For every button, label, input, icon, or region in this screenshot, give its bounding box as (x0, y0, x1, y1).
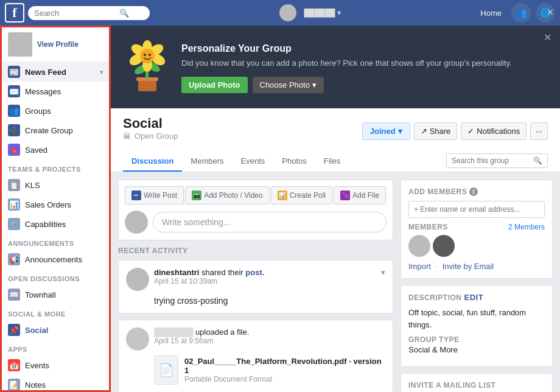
link-separator: · (435, 262, 438, 271)
notes-icon: 📝 (8, 379, 20, 391)
sidebar-item-saved[interactable]: 🔖 Saved (2, 140, 109, 159)
right-sidebar: ADD MEMBERS i MEMBERS 2 Members Import (401, 180, 553, 392)
section-label-announcements: ANNOUNCEMENTS (2, 234, 109, 250)
share-button[interactable]: ↗ Share (414, 122, 458, 140)
activity-name-1: dineshtantri shared their post. (154, 268, 381, 277)
group-actions: Joined ▾ ↗ Share ✓ Notifications ··· (362, 122, 548, 140)
write-post-button[interactable]: ✏ Write Post (125, 186, 184, 205)
member-avatar-2 (433, 235, 455, 257)
choose-photo-label: Choose Photo (260, 80, 310, 89)
social-icon: 📌 (8, 324, 20, 336)
group-title-row: Social 🏛 Open Group Joined ▾ ↗ Share (123, 116, 548, 147)
import-link[interactable]: Import (408, 262, 431, 271)
write-post-icon: ✏ (131, 191, 141, 200)
group-title-bar: Social 🏛 Open Group Joined ▾ ↗ Share (111, 108, 560, 172)
feed-column: ✏ Write Post 📷 Add Photo / Video 📊 Creat… (118, 180, 393, 392)
search-input[interactable] (34, 9, 119, 18)
members-label-row: MEMBERS 2 Members (408, 223, 545, 231)
nav-search-bar[interactable]: 🔍 (28, 6, 150, 20)
nav-close-icon[interactable]: ✕ (547, 7, 554, 17)
group-search-input[interactable] (452, 156, 531, 165)
section-label-open-discussions: OPEN DISCUSSIONS (2, 269, 109, 285)
nav-username[interactable]: ██████ ▾ (299, 6, 345, 19)
activity-header-2: ███████ uploaded a file. April 15 at 9:5… (126, 327, 385, 351)
description-edit-link[interactable]: Edit (464, 293, 484, 302)
activity-post-1: ▾ dineshtantri shared their post. April … (118, 260, 393, 313)
activity-meta-1: dineshtantri shared their post. April 15… (154, 268, 381, 285)
group-header-banner: ✕ (111, 26, 560, 108)
create-poll-button[interactable]: 📊 Create Poll (271, 186, 332, 205)
content-area: ✏ Write Post 📷 Add Photo / Video 📊 Creat… (111, 172, 560, 392)
create-poll-label: Create Poll (290, 191, 326, 200)
view-profile-link[interactable]: View Profile (37, 40, 79, 49)
add-file-button[interactable]: 📎 Add File (334, 186, 386, 205)
group-type-row: 🏛 Open Group (123, 131, 178, 141)
expand-icon[interactable]: ▾ (381, 268, 385, 277)
events-icon: 📅 (8, 359, 20, 371)
sidebar-item-capabilities[interactable]: ⚙️ Capabilities (2, 214, 109, 234)
info-icon[interactable]: i (469, 187, 478, 196)
section-label-social: SOCIAL & MORE (2, 304, 109, 320)
nav-friends-icon[interactable]: 👥 (511, 3, 531, 23)
sidebar-item-events[interactable]: 📅 Events (2, 355, 109, 375)
sidebar-item-announcements[interactable]: 📢 Announcements (2, 250, 109, 269)
recent-activity-label: RECENT ACTIVITY (118, 247, 393, 255)
sidebar-item-social[interactable]: 📌 Social (2, 320, 109, 340)
write-input[interactable]: Write something... (153, 212, 387, 233)
description-section: DESCRIPTION Edit Off topic, social, fun … (401, 285, 553, 367)
sidebar-item-label: Messages (25, 87, 61, 96)
add-photo-button[interactable]: 📷 Add Photo / Video (185, 186, 270, 205)
tab-members[interactable]: Members (182, 152, 232, 172)
sidebar-item-notes[interactable]: 📝 Notes (2, 375, 109, 392)
capabilities-icon: ⚙️ (8, 218, 20, 230)
invite-by-email-link[interactable]: Invite by Email (443, 262, 494, 271)
members-title-label: MEMBERS (408, 223, 448, 231)
top-nav: f 🔍 ██████ ▾ Home 👥 🌐 ✕ (0, 0, 560, 26)
facebook-logo[interactable]: f (5, 3, 24, 23)
choose-photo-button[interactable]: Choose Photo ▾ (253, 77, 324, 93)
write-post-label: Write Post (144, 191, 177, 200)
file-preview: 📄 02_Paul_____The_Platform_Revolution.pd… (154, 355, 385, 385)
activity-author-name[interactable]: dineshtantri (154, 268, 199, 277)
notifications-button[interactable]: ✓ Notifications (461, 122, 527, 140)
tab-events[interactable]: Events (233, 152, 274, 172)
sidebar-item-label: Social (25, 326, 48, 335)
announcements-icon: 📢 (8, 253, 20, 265)
tab-files[interactable]: Files (315, 152, 349, 172)
tab-discussion[interactable]: Discussion (123, 152, 182, 172)
chevron-right-icon: ▾ (100, 69, 103, 75)
sidebar-item-label: News Feed (25, 68, 66, 77)
sidebar-item-label: Saved (25, 145, 47, 155)
sidebar-item-townhall[interactable]: 📖 Townhall (2, 285, 109, 304)
messages-icon: ✉️ (8, 85, 20, 97)
add-file-label: Add File (352, 191, 379, 200)
create-poll-icon: 📊 (278, 191, 287, 200)
kls-icon: 📋 (8, 179, 20, 191)
activity-post-link[interactable]: post. (245, 268, 264, 277)
banner-close-icon[interactable]: ✕ (544, 32, 551, 43)
news-feed-icon: 📰 (8, 66, 20, 78)
sidebar-item-kls[interactable]: 📋 KLS (2, 175, 109, 195)
sidebar-item-create-group[interactable]: ➕ Create Group (2, 121, 109, 140)
sidebar-item-news-feed[interactable]: 📰 News Feed ▾ (2, 62, 109, 82)
nav-home-link[interactable]: Home (475, 6, 506, 20)
activity-text-1: trying cross-posting (126, 296, 385, 306)
more-button[interactable]: ··· (530, 122, 548, 140)
add-file-icon: 📎 (340, 191, 350, 200)
building-icon: 🏛 (123, 131, 131, 141)
personalize-text-block: Personalize Your Group Did you know that… (181, 43, 512, 93)
joined-button[interactable]: Joined ▾ (362, 122, 410, 140)
activity-action-text-2: uploaded a file. (195, 327, 249, 337)
sidebar-item-groups[interactable]: 👥 Groups (2, 101, 109, 121)
add-member-input[interactable] (408, 201, 545, 218)
tab-photos[interactable]: Photos (273, 152, 315, 172)
upload-photo-button[interactable]: Upload Photo (181, 77, 248, 93)
group-type-label: GROUP TYPE (408, 335, 545, 344)
sidebar-item-messages[interactable]: ✉️ Messages (2, 82, 109, 101)
sidebar-item-sales-orders[interactable]: 📊 Sales Orders (2, 195, 109, 214)
group-name-block: Social 🏛 Open Group (123, 116, 178, 147)
group-name: Social (123, 116, 178, 131)
activity-post-2: ███████ uploaded a file. April 15 at 9:5… (118, 320, 393, 392)
sidebar-item-label: Create Group (25, 126, 73, 135)
group-search-bar[interactable]: 🔍 (446, 153, 548, 168)
